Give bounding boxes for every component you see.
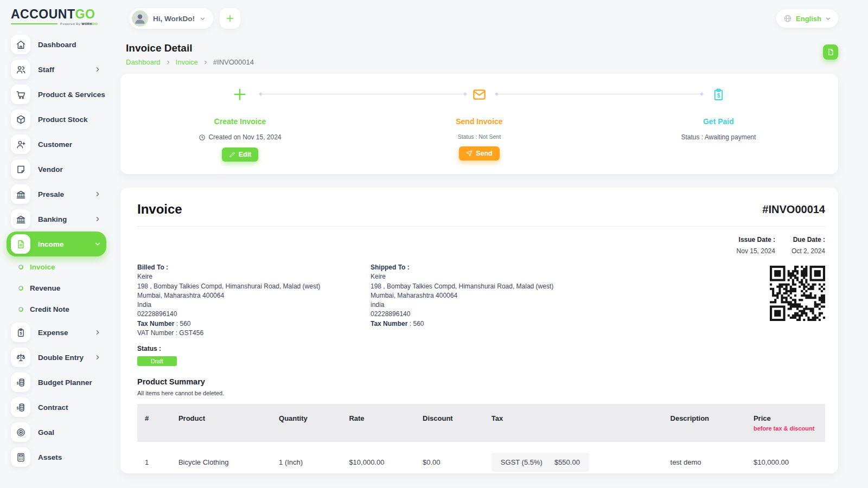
sidebar-item-label: Product Stock [38,115,101,124]
breadcrumb-dashboard[interactable]: Dashboard [126,58,161,66]
user-menu[interactable]: Hi, WorkDo! [129,8,213,29]
greeting-text: Hi, WorkDo! [153,15,195,23]
scales-icon [11,348,30,367]
sidebar-item-customer[interactable]: Customer [7,132,106,157]
billed-to-block: Billed To : Keire 198 , Bombay Talkies C… [137,263,371,338]
step-create-invoice: Create Invoice Created on Nov 15, 2024 E… [120,85,360,162]
sidebar-item-label: Goal [38,428,101,436]
due-date-value: Oct 2, 2024 [792,247,825,255]
sidebar-item-invoice[interactable]: Invoice [18,256,113,278]
invoice-detail-card: Invoice #INVO00014 Issue Date : Nov 15, … [120,188,838,473]
sidebar-item-income[interactable]: Income [7,232,106,256]
sidebar-item-double-entry[interactable]: Double Entry [7,345,106,370]
sidebar-item-label: Assets [38,453,101,461]
sidebar-item-dashboard[interactable]: Dashboard [7,32,106,57]
cell-discount: $0.00 [417,442,486,473]
sidebar-item-expense[interactable]: Expense [7,320,106,345]
mail-icon [472,85,487,104]
language-label: English [796,15,821,23]
shipped-to-block: Shipped To : Keire 198 , Bombay Talkies … [371,263,770,338]
logo-tagline: Powered By WORKDO [11,22,98,25]
product-summary-title: Product Summary [137,377,825,386]
sidebar-item-staff[interactable]: Staff [7,57,106,82]
sidebar-item-vendor[interactable]: Vendor [7,157,106,182]
col-product: Product [173,404,273,442]
user-plus-icon [11,134,30,154]
sidebar-item-budget-planner[interactable]: Budget Planner [7,370,106,395]
send-invoice-button[interactable]: Send [459,146,500,160]
due-date-block: Due Date : Oct 2, 2024 [792,236,825,255]
col-discount: Discount [417,404,486,442]
bullet-icon [18,265,23,269]
cell-rate: $10,000.00 [343,442,417,473]
cell-quantity: 1 (Inch) [273,442,343,473]
qr-code [770,266,825,321]
sidebar-item-banking[interactable]: Banking [7,207,106,232]
sidebar-item-label: Customer [38,140,101,149]
clipboard-dollar-icon [11,323,30,342]
chevron-right-icon [94,216,101,222]
sidebar-item-credit-note[interactable]: Credit Note [18,299,113,320]
sidebar-item-revenue[interactable]: Revenue [18,278,113,299]
step-get-paid: Get Paid Status : Awaiting payment [599,85,838,162]
sidebar-item-label: Staff [38,66,87,74]
step-info: Created on Nov 15, 2024 [199,133,281,141]
language-selector[interactable]: English [776,9,838,28]
sidebar-item-assets[interactable]: Assets [7,445,106,470]
sidebar-item-label: Presale [38,190,87,198]
sidebar: ACCOUNTGO Powered By WORKDO Dashboard St… [0,0,113,488]
target-icon [11,422,30,442]
plus-icon [232,85,248,104]
coins-icon [11,373,30,392]
chevron-right-icon [94,66,101,73]
chevron-down-icon [94,241,101,247]
chevron-right-icon [94,191,101,197]
cart-icon [11,85,30,104]
status-badge: Draft [137,356,177,366]
cell-num: 1 [137,442,173,473]
invoice-heading: Invoice [137,202,182,217]
step-send-invoice: Send Invoice Status : Not Sent Send [360,85,599,162]
app-logo[interactable]: ACCOUNTGO Powered By WORKDO [0,0,113,28]
bank-icon [11,184,30,204]
sidebar-item-label: Vendor [38,165,101,174]
step-title: Send Invoice [456,117,502,126]
globe-icon [783,14,792,23]
col-rate: Rate [343,404,417,442]
col-tax: Tax [486,404,665,442]
bank-icon [11,209,30,229]
edit-invoice-button[interactable]: Edit [222,147,259,162]
step-title: Get Paid [703,117,734,126]
home-icon [11,35,30,54]
coins-icon [11,397,30,417]
sidebar-item-product-services[interactable]: Product & Services [7,82,106,107]
breadcrumb-invoice[interactable]: Invoice [176,58,198,66]
col-price: Price before tax & discount [748,404,825,442]
sidebar-item-label: Income [38,240,87,248]
sidebar-item-goal[interactable]: Goal [7,420,106,445]
sidebar-item-contract[interactable]: Contract [7,395,106,420]
qr-code-box [770,266,825,338]
calculator-icon [11,447,30,467]
chevron-right-icon [94,354,101,361]
export-invoice-button[interactable] [823,44,838,60]
sidebar-item-label: Expense [38,329,87,337]
bullet-icon [18,307,23,312]
chevron-down-icon [825,16,831,22]
sidebar-item-label: Dashboard [38,41,101,49]
chevron-right-icon [165,60,171,65]
product-summary-note: All items here cannot be deleted. [137,390,825,396]
sidebar-item-label: Budget Planner [38,378,101,387]
product-table: # Product Quantity Rate Discount Tax Des… [137,404,825,473]
sidebar-item-presale[interactable]: Presale [7,182,106,207]
table-row: 1 Bicycle Clothing 1 (Inch) $10,000.00 $… [137,442,825,473]
price-note: before tax & discount [754,425,820,432]
sidebar-item-product-stock[interactable]: Product Stock [7,107,106,132]
divider [137,226,825,227]
sidebar-item-label: Double Entry [38,354,87,362]
col-quantity: Quantity [273,404,343,442]
avatar [132,10,148,27]
quick-add-button[interactable] [220,8,240,29]
logo-text: ACCOUNTGO [11,7,113,22]
cell-product: Bicycle Clothing [173,442,273,473]
